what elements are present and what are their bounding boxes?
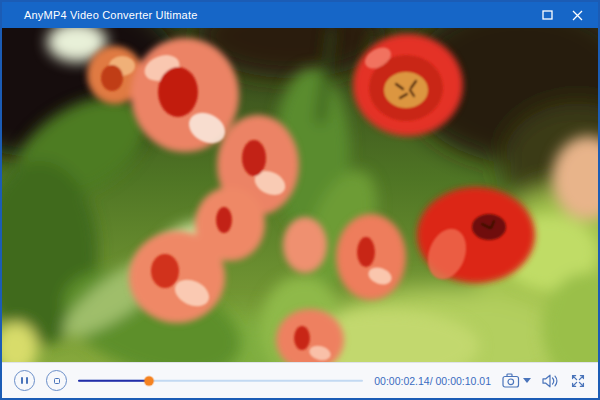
maximize-icon <box>542 10 553 20</box>
volume-button[interactable] <box>542 374 559 388</box>
close-icon <box>572 10 583 21</box>
window-title: AnyMP4 Video Converter Ultimate <box>2 9 532 21</box>
seek-slider[interactable] <box>78 374 363 388</box>
titlebar: AnyMP4 Video Converter Ultimate <box>2 2 598 28</box>
total-time: 00:00:10.01 <box>436 375 491 387</box>
slider-handle[interactable] <box>145 376 154 385</box>
snapshot-button[interactable] <box>502 373 531 388</box>
slider-fill <box>78 379 149 382</box>
video-preview <box>2 28 598 362</box>
stop-button[interactable] <box>46 370 67 391</box>
pause-icon <box>21 377 27 384</box>
close-button[interactable] <box>562 2 592 28</box>
current-time: 00:00:02.14 <box>374 375 429 387</box>
stop-icon <box>54 378 60 384</box>
playback-controls: 00:00:02.14/ 00:00:10.01 <box>2 362 598 398</box>
pause-button[interactable] <box>14 370 35 391</box>
snapshot-dropdown-caret[interactable] <box>523 378 531 383</box>
app-window: AnyMP4 Video Converter Ultimate <box>0 0 600 400</box>
fullscreen-icon <box>570 373 586 389</box>
time-display: 00:00:02.14/ 00:00:10.01 <box>374 375 491 387</box>
maximize-button[interactable] <box>532 2 562 28</box>
video-frame <box>2 28 598 362</box>
volume-icon <box>542 374 559 388</box>
snapshot-camera-icon <box>502 373 520 388</box>
fullscreen-button[interactable] <box>570 373 586 389</box>
